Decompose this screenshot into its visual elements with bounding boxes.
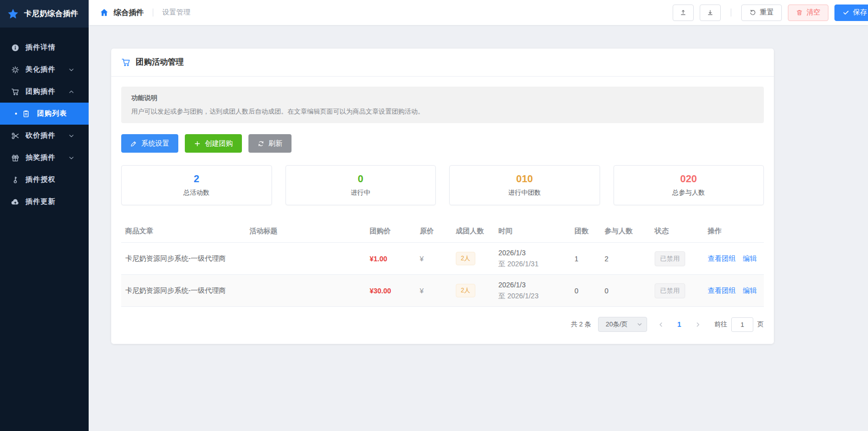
export-button[interactable] — [673, 5, 694, 21]
system-settings-button[interactable]: 系统设置 — [121, 134, 178, 153]
stat-value: 0 — [358, 173, 363, 185]
gift-icon — [11, 154, 20, 162]
cell-original-price: ¥ — [416, 250, 452, 268]
time-end: 至 2026/1/23 — [498, 292, 565, 301]
notice-title: 功能说明 — [131, 94, 754, 103]
sidebar-item-label: 插件授权 — [26, 175, 56, 184]
edit-link[interactable]: 编辑 — [743, 286, 757, 295]
sidebar-item-label: 团购列表 — [37, 109, 67, 118]
cell-actions: 查看团组 编辑 — [704, 249, 764, 268]
goto-page: 前往 页 — [714, 317, 764, 332]
scissors-icon — [11, 132, 20, 140]
home-icon[interactable] — [100, 8, 109, 17]
cell-group-size: 2人 — [452, 247, 494, 270]
sidebar-item-plugin-details[interactable]: 插件详情 — [0, 37, 89, 59]
stats-cards: 2 总活动数 0 进行中 010 进行中团数 020 — [121, 165, 764, 205]
sidebar-item-groupbuy[interactable]: 团购插件 — [0, 81, 89, 103]
stat-in-progress: 0 进行中 — [285, 165, 436, 205]
cell-article: 卡尼奶资源同步系统-一级代理商 — [121, 281, 245, 300]
table-header-row: 商品文章 活动标题 团购价 原价 成团人数 时间 团数 参与人数 状态 操作 — [121, 220, 764, 243]
stat-value: 010 — [516, 173, 533, 185]
clear-button[interactable]: 清空 — [788, 5, 828, 21]
main-area: 综合插件 设置管理 — [89, 0, 868, 431]
chevron-left-icon — [658, 321, 664, 328]
edit-link[interactable]: 编辑 — [743, 254, 757, 263]
refresh-icon — [257, 140, 264, 147]
col-original-price: 原价 — [416, 220, 452, 242]
app-logo: 卡尼奶综合插件 — [0, 0, 89, 28]
chevron-down-icon — [68, 155, 75, 161]
stat-active-groups: 010 进行中团数 — [449, 165, 600, 205]
time-end: 至 2026/1/31 — [498, 260, 565, 269]
goto-suffix: 页 — [757, 320, 764, 329]
import-button[interactable] — [700, 5, 721, 21]
page-size-value: 20条/页 — [606, 320, 628, 329]
time-start: 2026/1/3 — [498, 281, 565, 289]
stat-label: 总活动数 — [183, 188, 209, 197]
sidebar-item-bargain[interactable]: 砍价插件 — [0, 125, 89, 147]
refresh-label: 刷新 — [268, 139, 282, 148]
sidebar-item-label: 抽奖插件 — [26, 153, 56, 162]
view-groups-link[interactable]: 查看团组 — [708, 286, 736, 295]
chevron-down-icon — [637, 321, 643, 327]
sidebar-item-authorization[interactable]: 插件授权 — [0, 169, 89, 191]
stat-total-activities: 2 总活动数 — [121, 165, 272, 205]
group-size-badge: 2人 — [456, 284, 475, 297]
panel-title: 团购活动管理 — [136, 57, 184, 68]
info-icon — [11, 44, 20, 52]
sidebar-item-label: 插件详情 — [26, 43, 56, 52]
pencil-icon — [130, 140, 137, 147]
pagination-total: 共 2 条 — [571, 320, 591, 329]
trash-icon — [796, 9, 803, 16]
sidebar-item-beautify[interactable]: 美化插件 — [0, 59, 89, 81]
view-groups-link[interactable]: 查看团组 — [708, 254, 736, 263]
col-groups: 团数 — [570, 220, 601, 242]
next-page-button[interactable] — [691, 318, 704, 331]
table-row: 卡尼奶资源同步系统-一级代理商 ¥30.00 ¥ 2人 2026/1/3 至 2… — [121, 275, 764, 307]
page-size-select[interactable]: 20条/页 — [598, 317, 647, 332]
goto-page-input[interactable] — [731, 317, 753, 332]
system-settings-label: 系统设置 — [141, 139, 169, 148]
group-size-badge: 2人 — [456, 252, 475, 265]
star-icon — [7, 8, 19, 20]
stat-label: 进行中团数 — [508, 188, 541, 197]
breadcrumb-title: 综合插件 — [114, 8, 144, 18]
reset-button[interactable]: 重置 — [741, 5, 782, 21]
col-actions: 操作 — [704, 220, 764, 242]
breadcrumb-sub[interactable]: 设置管理 — [162, 8, 190, 17]
groupbuy-panel: 团购活动管理 功能说明 用户可以发起或参与团购，达到成团人数后自动成团。在文章编… — [111, 49, 774, 344]
clipboard-icon — [22, 110, 30, 118]
panel-body: 功能说明 用户可以发起或参与团购，达到成团人数后自动成团。在文章编辑页面可以为商… — [111, 77, 774, 344]
download-icon — [707, 9, 714, 16]
col-group-size: 成团人数 — [452, 220, 494, 242]
sidebar: 卡尼奶综合插件 插件详情 美化插件 — [0, 0, 89, 431]
reset-label: 重置 — [760, 8, 774, 17]
sidebar-item-update[interactable]: 插件更新 — [0, 191, 89, 213]
chevron-up-icon — [68, 89, 75, 95]
sidebar-item-lottery[interactable]: 抽奖插件 — [0, 147, 89, 169]
save-button[interactable]: 保存 — [834, 5, 868, 21]
cell-time: 2026/1/3 至 2026/1/31 — [494, 244, 570, 274]
divider — [731, 9, 731, 17]
col-article: 商品文章 — [121, 220, 245, 242]
sidebar-item-label: 团购插件 — [26, 87, 56, 96]
current-page[interactable]: 1 — [674, 320, 684, 328]
goto-label: 前往 — [714, 320, 727, 329]
time-start: 2026/1/3 — [498, 249, 565, 257]
cell-status: 已禁用 — [651, 278, 704, 303]
refresh-button[interactable]: 刷新 — [248, 134, 292, 153]
create-groupbuy-button[interactable]: 创建团购 — [185, 134, 242, 153]
sidebar-menu: 插件详情 美化插件 团购插件 — [0, 28, 89, 213]
chevron-down-icon — [68, 133, 75, 139]
stat-total-participants: 020 总参与人数 — [614, 165, 764, 205]
col-time: 时间 — [494, 220, 570, 242]
save-label: 保存 — [853, 8, 867, 17]
col-status: 状态 — [651, 220, 704, 242]
cloud-upload-icon — [11, 198, 20, 206]
action-buttons: 系统设置 创建团购 刷新 — [121, 134, 764, 153]
sidebar-item-groupbuy-list[interactable]: 团购列表 — [0, 103, 89, 125]
cell-participants: 2 — [601, 250, 651, 268]
prev-page-button[interactable] — [654, 318, 667, 331]
cell-group-price: ¥30.00 — [366, 282, 416, 300]
stat-label: 总参与人数 — [672, 188, 705, 197]
